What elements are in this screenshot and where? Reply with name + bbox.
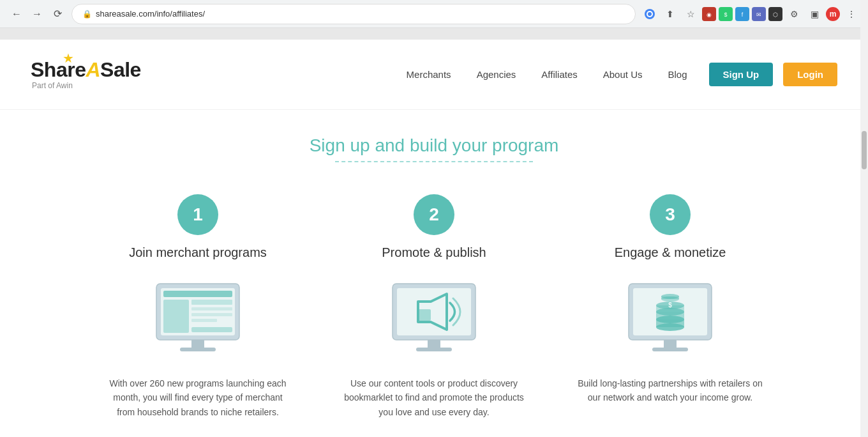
logo-a-letter: A: [86, 58, 100, 81]
step-2-item: 2 Promote & publish: [341, 194, 527, 419]
svg-rect-21: [191, 327, 232, 332]
step-3-desc: Build long-lasting partnerships with ret…: [578, 376, 763, 405]
browser-chrome: ← → ⟳ 🔒 shareasale.com/info/affiliates/ …: [0, 0, 868, 28]
step-1-illustration: [147, 275, 249, 358]
svg-rect-44: [652, 348, 688, 351]
logo-subtitle: Part of Awin: [32, 81, 73, 90]
svg-text:✉: ✉: [756, 12, 761, 18]
nav-about-us[interactable]: About Us: [594, 64, 652, 85]
svg-text:$: $: [724, 12, 727, 18]
section-divider: [335, 161, 533, 162]
extension-2-icon[interactable]: $: [719, 7, 733, 21]
scrollbar-thumb[interactable]: [862, 131, 867, 169]
nav-agencies[interactable]: Agencies: [468, 64, 525, 85]
back-button[interactable]: ←: [8, 5, 26, 23]
svg-text:⬡: ⬡: [773, 12, 778, 18]
google-icon[interactable]: [641, 5, 659, 23]
extension-3-icon[interactable]: f: [735, 7, 749, 21]
step-2-circle: 2: [414, 194, 454, 235]
nav-merchants[interactable]: Merchants: [398, 64, 460, 85]
page-content: ★ ShareASale Part of Awin Merchants Agen…: [0, 28, 868, 437]
share-icon[interactable]: ⬆: [661, 5, 679, 23]
step-1-item: 1 Join merchant programs: [105, 194, 290, 419]
svg-rect-20: [191, 319, 217, 322]
step-2-desc: Use our content tools or product discove…: [341, 376, 527, 419]
extension-5-icon[interactable]: ⬡: [768, 7, 782, 21]
svg-rect-15: [163, 291, 232, 297]
step-1-desc: With over 260 new programs launching eac…: [105, 376, 290, 419]
navbar: ★ ShareASale Part of Awin Merchants Agen…: [0, 40, 868, 110]
nav-affiliates[interactable]: Affiliates: [532, 64, 586, 85]
svg-text:$: $: [668, 302, 672, 309]
section-title: Sign up and build your program: [13, 135, 855, 156]
logo-text: ShareASale: [31, 59, 141, 80]
step-1-title: Join merchant programs: [129, 245, 267, 260]
profile-icon[interactable]: m: [826, 7, 840, 21]
svg-rect-29: [416, 348, 452, 351]
svg-rect-27: [418, 309, 431, 321]
step-3-circle: 3: [650, 194, 691, 235]
extension-4-icon[interactable]: ✉: [752, 7, 766, 21]
svg-rect-22: [191, 340, 204, 349]
step-3-item: 3 Engage & monetize: [578, 194, 763, 419]
lock-icon: 🔒: [82, 10, 92, 19]
main-content: Sign up and build your program 1 Join me…: [0, 110, 868, 437]
scrollbar[interactable]: [860, 0, 868, 437]
browser-actions: ⬆ ☆ ◉ $ f ✉ ⬡ ⚙ ▣ m ⋮: [641, 5, 860, 23]
steps-grid: 1 Join merchant programs: [83, 194, 785, 419]
step-1-circle: 1: [177, 194, 218, 235]
sidebar-button[interactable]: ▣: [805, 5, 823, 23]
svg-rect-16: [163, 300, 189, 333]
top-gray-bar: [0, 28, 868, 40]
svg-rect-43: [664, 340, 677, 349]
url-text: shareasale.com/info/affiliates/: [96, 9, 205, 19]
step-3-title: Engage & monetize: [615, 245, 726, 260]
reload-button[interactable]: ⟳: [49, 5, 66, 23]
step-2-illustration: [383, 275, 485, 358]
extension-1-icon[interactable]: ◉: [702, 7, 716, 21]
svg-rect-17: [191, 300, 232, 305]
svg-text:◉: ◉: [707, 12, 712, 18]
signup-button[interactable]: Sign Up: [709, 63, 774, 86]
step-2-title: Promote & publish: [382, 245, 486, 260]
nav-links: Merchants Agencies Affiliates About Us B…: [398, 63, 837, 86]
svg-rect-23: [180, 348, 216, 351]
logo-star: ★: [63, 50, 74, 66]
address-bar[interactable]: 🔒 shareasale.com/info/affiliates/: [71, 4, 636, 24]
menu-button[interactable]: ⋮: [842, 5, 860, 23]
svg-point-2: [648, 12, 652, 16]
logo-area: ★ ShareASale Part of Awin: [31, 59, 141, 90]
browser-nav-buttons: ← → ⟳: [8, 5, 66, 23]
step-3-illustration: $: [619, 275, 721, 358]
forward-button[interactable]: →: [28, 5, 46, 23]
svg-point-42: [661, 294, 679, 299]
svg-rect-19: [191, 313, 232, 316]
svg-rect-28: [428, 340, 440, 349]
svg-rect-18: [191, 307, 232, 310]
login-button[interactable]: Login: [783, 63, 837, 86]
nav-blog[interactable]: Blog: [659, 64, 696, 85]
extensions-button[interactable]: ⚙: [785, 5, 803, 23]
bookmark-icon[interactable]: ☆: [682, 5, 700, 23]
